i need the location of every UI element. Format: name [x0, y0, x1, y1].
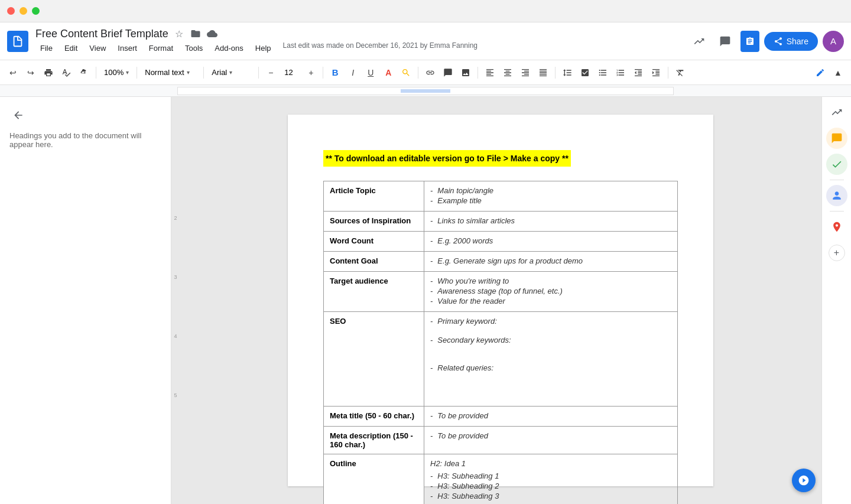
explore-button[interactable]	[792, 469, 816, 492]
redo-button[interactable]: ↪	[22, 64, 39, 82]
contacts-panel-icon[interactable]	[826, 185, 847, 206]
doc-area[interactable]: ** To download an editable version go to…	[180, 97, 821, 504]
zoom-select[interactable]: 100% ▾	[100, 64, 133, 81]
share-button[interactable]: Share	[764, 32, 818, 51]
comment-toolbar-button[interactable]	[440, 64, 456, 82]
ruler-bar	[177, 87, 674, 95]
doc-title[interactable]: Free Content Brief Template	[35, 28, 168, 40]
text-color-button[interactable]: A	[380, 64, 397, 82]
italic-button[interactable]: I	[345, 64, 361, 82]
row-content-word-count[interactable]: E.g. 2000 words	[424, 232, 678, 252]
row-label-content-goal: Content Goal	[324, 252, 424, 272]
menu-insert[interactable]: Insert	[113, 41, 142, 55]
sidebar-back-button[interactable]	[9, 106, 27, 124]
sidebar-text: Headings you add to the document will ap…	[9, 131, 161, 149]
minimize-button[interactable]	[20, 7, 27, 15]
clear-format-button[interactable]	[672, 64, 688, 82]
underline-button[interactable]: U	[362, 64, 379, 82]
image-toolbar-button[interactable]	[457, 64, 474, 82]
increase-indent-button[interactable]	[648, 64, 664, 82]
justify-button[interactable]	[535, 64, 551, 82]
maps-panel-icon[interactable]	[826, 216, 847, 238]
toolbar: ↩ ↪ 100% ▾ Normal text ▾ Arial ▾ − 12 + …	[0, 60, 851, 85]
table-row: Article Topic Main topic/angle Example t…	[324, 181, 678, 212]
user-avatar[interactable]: A	[823, 31, 844, 52]
undo-button[interactable]: ↩	[5, 64, 21, 82]
list-item: H3: Subheading 1	[430, 472, 671, 480]
divider-1	[96, 67, 96, 79]
star-icon[interactable]: ☆	[173, 28, 185, 40]
row-content-meta-desc[interactable]: To be provided	[424, 427, 678, 454]
row-label-outline: Outline	[324, 454, 424, 505]
row-label-sources: Sources of Inspiration	[324, 212, 424, 232]
table-row: Content Goal E.g. Generate sign ups for …	[324, 252, 678, 272]
highlight-banner: ** To download an editable version go to…	[323, 150, 571, 167]
menu-tools[interactable]: Tools	[180, 41, 207, 55]
row-content-seo[interactable]: Primary keyword: Secondary keywords: Rel…	[424, 312, 678, 407]
row-label-meta-desc: Meta description (150 - 160 char.)	[324, 427, 424, 454]
last-edit: Last edit was made on December 16, 2021 …	[283, 41, 478, 55]
spell-check-button[interactable]	[58, 64, 74, 82]
table-row: Sources of Inspiration Links to similar …	[324, 212, 678, 232]
divider-9	[668, 67, 668, 79]
list-item: Value for the reader	[430, 297, 671, 305]
tasks-panel-icon[interactable]	[826, 154, 847, 175]
numbered-list-button[interactable]	[612, 64, 629, 82]
paint-format-button[interactable]	[76, 64, 92, 82]
menu-addons[interactable]: Add-ons	[210, 41, 248, 55]
font-size-value: 12	[284, 68, 293, 77]
row-content-outline[interactable]: H2: Idea 1 H3: Subheading 1 H3: Subheadi…	[424, 454, 678, 505]
highlight-button[interactable]	[398, 64, 414, 82]
print-button[interactable]	[40, 64, 57, 82]
row-content-content-goal[interactable]: E.g. Generate sign ups for a product dem…	[424, 252, 678, 272]
right-panel: +	[821, 97, 851, 504]
link-button[interactable]	[422, 64, 439, 82]
align-left-button[interactable]	[482, 64, 498, 82]
list-item: Links to similar articles	[430, 216, 671, 225]
decrease-indent-button[interactable]	[630, 64, 647, 82]
font-size-select[interactable]: 12	[280, 64, 301, 81]
share-label: Share	[787, 37, 808, 46]
doc-page: ** To download an editable version go to…	[288, 115, 713, 486]
meeting-notes-icon[interactable]	[740, 31, 759, 52]
comment-icon[interactable]	[714, 31, 736, 52]
row-content-sources[interactable]: Links to similar articles	[424, 212, 678, 232]
maximize-button[interactable]	[32, 7, 40, 15]
folder-icon[interactable]	[190, 28, 202, 40]
collapse-button[interactable]: ▲	[830, 64, 846, 82]
analytics-icon[interactable]	[688, 31, 710, 52]
chat-panel-icon[interactable]	[826, 128, 847, 149]
align-right-button[interactable]	[517, 64, 534, 82]
menu-file[interactable]: File	[35, 41, 57, 55]
analytics-panel-icon[interactable]	[826, 102, 847, 123]
increase-font-button[interactable]: +	[303, 64, 319, 82]
row-content-meta-title[interactable]: To be provided	[424, 407, 678, 427]
main-layout: Headings you add to the document will ap…	[0, 97, 851, 504]
menu-help[interactable]: Help	[251, 41, 276, 55]
row-content-article-topic[interactable]: Main topic/angle Example title	[424, 181, 678, 212]
font-select[interactable]: Arial ▾	[207, 64, 255, 81]
divider-2	[137, 67, 137, 79]
checklist-button[interactable]	[577, 64, 593, 82]
menu-format[interactable]: Format	[144, 41, 178, 55]
cloud-icon[interactable]	[206, 28, 218, 40]
table-row: Meta description (150 - 160 char.) To be…	[324, 427, 678, 454]
menu-edit[interactable]: Edit	[60, 41, 82, 55]
brief-table: Article Topic Main topic/angle Example t…	[323, 181, 678, 504]
bullet-list-button[interactable]	[595, 64, 611, 82]
align-center-button[interactable]	[499, 64, 516, 82]
line-spacing-button[interactable]	[559, 64, 576, 82]
menu-view[interactable]: View	[85, 41, 111, 55]
decrease-font-button[interactable]: −	[262, 64, 279, 82]
list-item: E.g. Generate sign ups for a product dem…	[430, 256, 671, 265]
list-item: To be provided	[430, 411, 671, 420]
list-item: Main topic/angle	[430, 186, 671, 195]
bold-button[interactable]: B	[327, 64, 343, 82]
table-row: SEO Primary keyword: Secondary keywords:	[324, 312, 678, 407]
divider-4	[258, 67, 259, 79]
editing-mode-button[interactable]	[812, 64, 829, 82]
add-panel-button[interactable]: +	[829, 245, 845, 261]
close-button[interactable]	[7, 7, 15, 15]
style-select[interactable]: Normal text ▾	[141, 64, 200, 81]
row-content-target-audience[interactable]: Who you're writing to Awareness stage (t…	[424, 272, 678, 312]
